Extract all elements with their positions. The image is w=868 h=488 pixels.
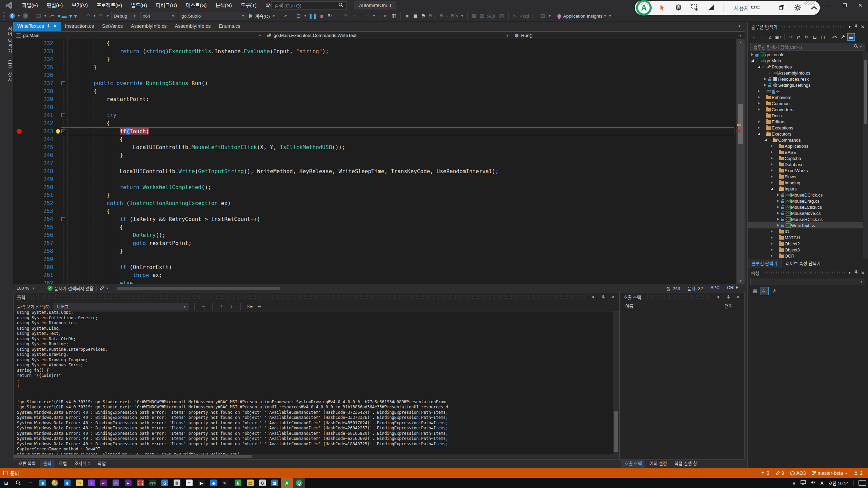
- taskbar-search-icon[interactable]: [12, 478, 24, 488]
- code-line-258[interactable]: 258 }: [13, 247, 745, 255]
- undo-icon[interactable]: ↶: [84, 12, 92, 20]
- bookmark-icon[interactable]: ⚑: [419, 12, 428, 20]
- action-center-icon[interactable]: [859, 480, 866, 486]
- menu-item-2[interactable]: 보기(V): [67, 0, 92, 11]
- collapsed-arrow-icon[interactable]: [776, 200, 780, 202]
- collapsed-arrow-icon[interactable]: [770, 163, 774, 166]
- panel-tab-출력[interactable]: 출력: [40, 459, 55, 468]
- git-branch-indicator[interactable]: master-beta ▲: [812, 470, 848, 476]
- view-code-icon[interactable]: <>: [831, 33, 839, 41]
- outgoing-commits-indicator[interactable]: 0: [761, 470, 769, 476]
- application-insights-dropdown[interactable]: Application Insights▼▼: [557, 14, 613, 19]
- platform-dropdown[interactable]: x64▼: [140, 12, 177, 20]
- code-line-248[interactable]: 248 LocalUIControlLib.Write(GetInputStri…: [13, 167, 745, 176]
- panel-tab-호출 스택[interactable]: 호출 스택: [621, 459, 645, 468]
- collapsed-arrow-icon[interactable]: [763, 78, 767, 80]
- menu-item-5[interactable]: 디버그(D): [152, 0, 181, 11]
- collapsed-arrow-icon[interactable]: [770, 255, 774, 257]
- save-icon[interactable]: ▼▬: [56, 12, 67, 20]
- collapsed-arrow-icon[interactable]: [770, 157, 774, 160]
- code-line-249[interactable]: 249: [13, 175, 745, 183]
- code-line-238[interactable]: 238 {: [13, 87, 745, 96]
- code-line-237[interactable]: 237− public override RunningStatus Run(): [13, 79, 745, 87]
- code-line-245[interactable]: 245 LocalUIControlLib.MouseLeftButtonCli…: [13, 143, 745, 151]
- collapsed-arrow-icon[interactable]: [770, 151, 774, 154]
- tree-item-Inputs[interactable]: Inputs: [748, 186, 868, 192]
- redo-icon[interactable]: ↷: [97, 12, 105, 20]
- tree-item-Imaging[interactable]: Imaging: [748, 180, 868, 186]
- clear-all-icon[interactable]: ✕≡: [246, 303, 253, 310]
- code-line-252[interactable]: 252 catch (InstructionRunningException e…: [13, 199, 745, 207]
- solution-config-dropdown[interactable]: Debug▼: [111, 12, 138, 20]
- table-add-icon[interactable]: ⊞: [539, 12, 547, 20]
- preview-selected-items-icon[interactable]: ▬: [847, 33, 855, 41]
- output-horizontal-scrollbar[interactable]: [14, 454, 614, 459]
- output-log[interactable]: using System.Data;using System.Data.Odbc…: [14, 311, 619, 459]
- word-wrap-icon[interactable]: ↩: [256, 303, 263, 310]
- restart-icon[interactable]: ↻: [326, 12, 334, 20]
- window-position-icon[interactable]: ▼: [848, 25, 851, 29]
- repository-indicator[interactable]: AO3: [790, 470, 806, 476]
- next-message-icon[interactable]: ↧: [228, 303, 235, 310]
- red-grid-app-icon[interactable]: ⋮⋮: [134, 478, 146, 488]
- navigate-back-icon[interactable]: [8, 12, 16, 20]
- schema-compare-icon[interactable]: ▩: [470, 12, 478, 20]
- nav-project-dropdown[interactable]: C# go.Main ▼: [13, 32, 264, 39]
- publish-icon[interactable]: ⇱: [511, 12, 519, 20]
- automate-one-icon[interactable]: A: [281, 478, 293, 488]
- code-line-232[interactable]: 232 {: [13, 39, 745, 47]
- collapsed-arrow-icon[interactable]: [750, 53, 754, 56]
- green-app-icon[interactable]: 6: [232, 478, 244, 488]
- code-line-259[interactable]: 259: [13, 255, 745, 263]
- code-line-241[interactable]: 241− try: [13, 111, 745, 119]
- next-bookmark-icon[interactable]: ⚑→: [438, 12, 449, 20]
- editor-tab-SetVar.cs[interactable]: SetVar.cs: [98, 22, 127, 31]
- minimize-button[interactable]: –: [821, 0, 837, 11]
- code-line-233[interactable]: 233 return (string)ExecutorUtils.Instanc…: [13, 47, 745, 56]
- code-line-246[interactable]: 246 }: [13, 151, 745, 159]
- code-line-234[interactable]: 234 }: [13, 55, 745, 63]
- code-line-250[interactable]: 250 return WorksWellCompleted();: [13, 183, 745, 191]
- close-button[interactable]: ✕: [852, 0, 868, 11]
- automate-one2-icon[interactable]: Q: [293, 478, 305, 488]
- tree-item-참조[interactable]: 참조: [748, 88, 868, 94]
- overlay-drag-grip[interactable]: [804, 1, 815, 5]
- expanded-arrow-icon[interactable]: [763, 139, 767, 141]
- expanded-arrow-icon[interactable]: [750, 59, 754, 62]
- close-icon[interactable]: ✕: [735, 295, 741, 300]
- collapsed-arrow-icon[interactable]: [776, 218, 780, 221]
- code-line-254[interactable]: 254− if (IsRetry && RetryCount > InstRet…: [13, 215, 745, 223]
- editor-tab-WriteText.cs[interactable]: WriteText.cs✕: [13, 22, 61, 31]
- collapsed-arrow-icon[interactable]: [776, 224, 780, 227]
- collapse-all-icon[interactable]: ⊟: [811, 33, 818, 41]
- home-icon[interactable]: ⌂: [767, 33, 774, 41]
- code-line-255[interactable]: 255 {: [13, 223, 745, 231]
- tree-item-Flows[interactable]: Flows: [748, 174, 868, 180]
- hot-reload-icon[interactable]: 🗲: [281, 12, 290, 20]
- code-line-244[interactable]: 244 {: [13, 135, 745, 143]
- menu-item-0[interactable]: 파일(F): [18, 0, 42, 11]
- forward-icon[interactable]: →: [758, 33, 766, 41]
- panel-tab-직접 실행 창[interactable]: 직접 실행 창: [671, 459, 701, 468]
- output-source-dropdown[interactable]: 디버그 ▼: [54, 303, 189, 310]
- editor-tab-Enums.cs[interactable]: Enums.cs: [215, 22, 244, 31]
- open-file-icon[interactable]: ▱: [48, 12, 56, 20]
- window-position-icon[interactable]: ▼: [715, 295, 722, 299]
- collapsed-arrow-icon[interactable]: [776, 212, 780, 215]
- tree-item-AssemblyInfo.cs[interactable]: ✓C#AssemblyInfo.cs: [748, 70, 868, 76]
- tree-item-Executors[interactable]: Executors: [748, 131, 868, 137]
- tray-expand-chevron-icon[interactable]: ∧: [792, 481, 796, 486]
- call-stack-title-bar[interactable]: 호출 스택 ▼ ✕: [620, 292, 744, 302]
- property-pages-icon[interactable]: [770, 287, 778, 295]
- zoom-level-dropdown[interactable]: 100 % ▼: [13, 286, 38, 291]
- tree-item-MouseRClick.cs[interactable]: C#MouseRClick.cs: [748, 216, 868, 222]
- vs-purple-icon[interactable]: ∞: [98, 478, 110, 488]
- list-settings-icon[interactable]: ⋮≡: [530, 12, 539, 20]
- yellow-doc-app-icon[interactable]: ▤: [244, 478, 256, 488]
- properties-panel-title-bar[interactable]: 속성 ▼ ✕: [748, 268, 868, 277]
- code-line-240[interactable]: 240: [13, 103, 745, 111]
- categorized-view-icon[interactable]: ▦: [751, 287, 759, 295]
- collapsed-arrow-icon[interactable]: [770, 145, 774, 147]
- vs-purple2-icon[interactable]: ∞: [110, 478, 122, 488]
- step-out-icon[interactable]: ↑: [350, 12, 358, 20]
